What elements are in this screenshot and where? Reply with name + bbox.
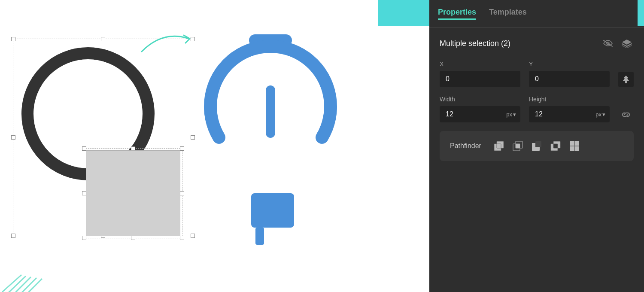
handle-tl [11, 37, 15, 41]
header-icons [601, 36, 634, 50]
left-illustration [9, 34, 193, 240]
height-label: Height [529, 96, 610, 103]
handle-tm [101, 37, 105, 41]
pathfinder-unite-button[interactable] [492, 139, 506, 153]
tab-templates[interactable]: Templates [489, 8, 527, 20]
handle-ml [11, 135, 15, 140]
visibility-toggle-button[interactable] [601, 36, 615, 50]
width-input[interactable] [440, 106, 502, 122]
rect-handle-bl [82, 236, 86, 240]
pathfinder-intersect-button[interactable] [510, 139, 525, 153]
pathfinder-subtract-button[interactable] [529, 139, 544, 153]
rect-handle-bm [131, 236, 135, 240]
height-group: Height px ▾ [529, 96, 610, 122]
teal-stripe-decoration [638, 0, 644, 26]
x-input[interactable] [440, 71, 520, 87]
height-input-container: px ▾ [529, 106, 610, 122]
rect-handle-mr [180, 191, 184, 195]
xy-row: X Y [440, 61, 634, 87]
rect-handle-tr [180, 146, 184, 151]
width-group: Width px ▾ [440, 96, 520, 122]
selection-header: Multiple selection (2) [440, 36, 634, 50]
svg-rect-11 [497, 141, 504, 148]
pathfinder-label: Pathfinder [450, 142, 481, 150]
panel-content: Multiple selection (2) [429, 28, 644, 170]
handle-bl [11, 234, 15, 238]
panel-tabs: Properties Templates [429, 0, 644, 28]
x-group: X [440, 61, 520, 87]
properties-panel: Properties Templates Multiple selection … [429, 0, 644, 292]
svg-rect-16 [516, 144, 520, 148]
selection-title: Multiple selection (2) [440, 39, 510, 48]
height-unit-selector[interactable]: px ▾ [591, 107, 610, 122]
pathfinder-divide-button[interactable] [567, 139, 582, 153]
svg-rect-21 [553, 144, 558, 148]
y-label: Y [529, 61, 610, 67]
svg-rect-2 [251, 193, 294, 228]
teal-corner-decoration [378, 0, 429, 26]
right-illustration [193, 21, 356, 258]
rect-shape [86, 150, 180, 236]
y-group: Y [529, 61, 610, 87]
link-proportions-button[interactable] [618, 107, 634, 122]
height-input[interactable] [529, 106, 591, 122]
tab-properties[interactable]: Properties [438, 8, 476, 20]
pin-button[interactable] [618, 72, 634, 87]
rect-handle-br [180, 236, 184, 240]
teal-hatch-decoration [0, 273, 43, 292]
svg-rect-3 [255, 228, 264, 245]
y-input[interactable] [529, 71, 610, 87]
width-input-container: px ▾ [440, 106, 520, 122]
pathfinder-section: Pathfinder [440, 131, 634, 161]
canvas-area [0, 0, 429, 292]
width-label: Width [440, 96, 520, 103]
x-label: X [440, 61, 520, 67]
layers-button[interactable] [620, 36, 634, 50]
pathfinder-icons [492, 139, 582, 153]
wh-row: Width px ▾ Height px ▾ [440, 96, 634, 122]
svg-rect-18 [535, 141, 541, 147]
pathfinder-exclude-button[interactable] [548, 139, 563, 153]
width-unit-selector[interactable]: px ▾ [502, 107, 520, 122]
